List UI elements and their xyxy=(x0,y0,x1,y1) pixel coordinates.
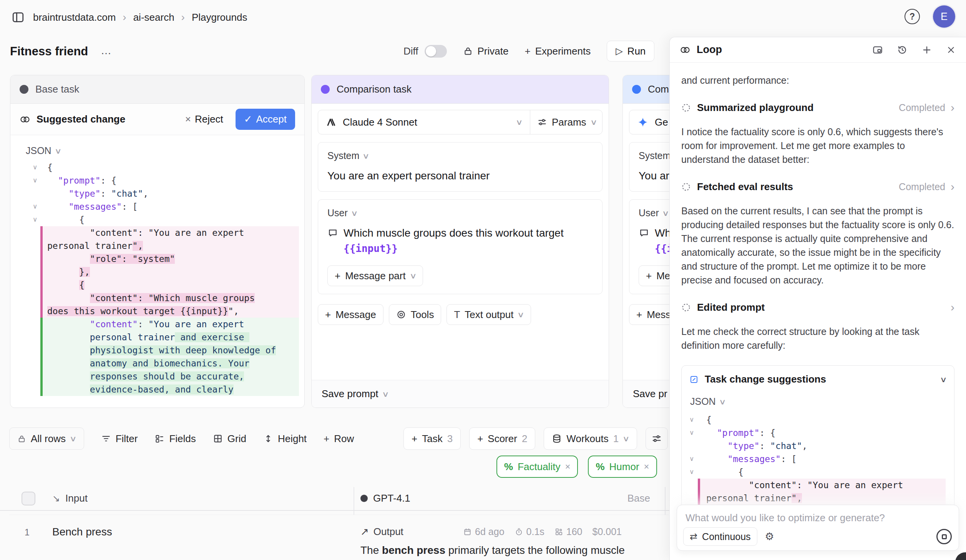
output-cell-link[interactable]: ↗ Output xyxy=(360,526,403,538)
input-column-header[interactable]: ↘ Input xyxy=(52,492,88,504)
model-select[interactable]: Claude 4 Sonnet ∨ xyxy=(318,116,530,128)
accept-button[interactable]: ✓ Accept xyxy=(236,109,295,130)
diff-toggle[interactable] xyxy=(425,45,447,58)
format-select[interactable]: JSON ∨ xyxy=(689,385,946,407)
code-line: ∨{ xyxy=(689,413,946,426)
arrow-down-right-icon: ↘ xyxy=(52,493,60,504)
scorer-badge-factuality[interactable]: % Factuality × xyxy=(496,456,578,478)
chevron-down-icon: ∨ xyxy=(622,434,630,443)
grid-label: Grid xyxy=(227,433,246,445)
continuous-mode-button[interactable]: ⇄ Continuous xyxy=(683,527,757,546)
sidebar-toggle-icon[interactable] xyxy=(12,11,25,24)
experiments-button[interactable]: + Experiments xyxy=(524,45,591,57)
private-button[interactable]: Private xyxy=(463,45,509,57)
code-line: personal trainer", xyxy=(689,492,946,505)
tools-button[interactable]: Tools xyxy=(389,304,442,325)
collapse-caret-icon[interactable]: ∨ xyxy=(33,174,37,187)
dock-panel-icon[interactable] xyxy=(872,45,883,55)
model-column-header[interactable]: GPT-4.1 xyxy=(360,492,410,504)
model-header-label: GPT-4.1 xyxy=(373,492,410,504)
private-label: Private xyxy=(478,45,509,57)
chevron-down-icon: ∨ xyxy=(662,209,669,218)
reject-button[interactable]: × Reject xyxy=(185,113,223,125)
all-rows-select[interactable]: All rows ∨ xyxy=(9,427,84,450)
row-label: Row xyxy=(334,433,354,445)
task-change-suggestions-header[interactable]: Task change suggestions ∨ xyxy=(689,373,946,385)
comparison-task-dot-icon xyxy=(321,85,330,94)
assistant-text: Let me check the correct structure by lo… xyxy=(681,325,954,352)
tool-step-fetched-eval-results[interactable]: Fetched eval results Completed › xyxy=(681,180,954,193)
history-icon[interactable] xyxy=(897,45,908,55)
add-message-part-button[interactable]: + Message part ∨ xyxy=(327,265,423,286)
tool-step-summarized-playground[interactable]: Summarized playground Completed › xyxy=(681,101,954,114)
chevron-down-icon: ∨ xyxy=(70,434,77,443)
loop-panel: Loop and current performance: Summarized… xyxy=(669,37,966,560)
new-thread-icon[interactable] xyxy=(921,45,932,55)
add-task-button[interactable]: + Task 3 xyxy=(403,427,461,450)
add-message-button[interactable]: + Message xyxy=(318,304,383,325)
add-row-button[interactable]: + Row xyxy=(324,433,354,445)
save-prompt-button[interactable]: Save prompt ∨ xyxy=(312,380,609,408)
step-label: Summarized playground xyxy=(697,102,813,114)
format-select[interactable]: JSON ∨ xyxy=(10,135,304,159)
user-role-select[interactable]: User ∨ xyxy=(327,207,593,219)
grid-button[interactable]: Grid xyxy=(213,433,246,445)
system-message-text[interactable]: You are an expert personal trainer xyxy=(327,168,593,184)
help-icon[interactable]: ? xyxy=(905,9,920,24)
scorer-badge-label: Humor xyxy=(609,461,639,473)
collapse-caret-icon[interactable]: ∨ xyxy=(689,466,694,479)
add-scorer-button[interactable]: + Scorer 2 xyxy=(469,427,535,450)
base-task-code-editor[interactable]: ∨{∨ "prompt": { "type": "chat",∨ "messag… xyxy=(10,161,304,396)
latency: 0.1s xyxy=(515,526,544,537)
gear-icon[interactable]: ⚙ xyxy=(765,530,774,543)
system-message-card: System ∨ You are an expert personal trai… xyxy=(318,142,603,192)
code-line: "content": "Which muscle groups xyxy=(10,292,304,305)
grid-settings-button[interactable] xyxy=(646,427,668,450)
dataset-select[interactable]: Workouts 1 ∨ xyxy=(544,427,637,450)
scorer-badge-humor[interactable]: % Humor × xyxy=(588,456,657,478)
close-icon[interactable] xyxy=(946,45,956,55)
breadcrumb-section[interactable]: Playgrounds xyxy=(192,12,247,23)
text-output-button[interactable]: T Text output ∨ xyxy=(446,304,531,325)
dashed-circle-icon xyxy=(681,303,691,312)
breadcrumb-project[interactable]: ai-search xyxy=(133,12,174,23)
chevron-down-icon: ∨ xyxy=(940,375,947,384)
avatar[interactable]: E xyxy=(933,5,955,28)
user-message-text[interactable]: Which muscle groups does this workout ta… xyxy=(327,225,593,256)
sliders-icon xyxy=(651,433,662,444)
height-button[interactable]: Height xyxy=(263,433,307,445)
collapse-caret-icon[interactable]: ∨ xyxy=(689,426,694,439)
loop-chat-scroll[interactable]: and current performance: Summarized play… xyxy=(670,63,966,560)
prompt-variable: {{input}} xyxy=(344,243,398,254)
select-all-checkbox[interactable] xyxy=(22,492,35,505)
loop-panel-header: Loop xyxy=(670,37,966,63)
chevron-right-icon: › xyxy=(951,301,954,314)
tool-step-edited-prompt[interactable]: Edited prompt › xyxy=(681,301,954,314)
remove-scorer-icon[interactable]: × xyxy=(565,461,570,472)
assistant-text: and current performance: xyxy=(681,73,954,87)
run-button[interactable]: ▷ Run xyxy=(607,41,654,61)
plus-icon: + xyxy=(412,433,417,445)
collapse-caret-icon[interactable]: ∨ xyxy=(689,452,694,466)
collapse-caret-icon[interactable]: ∨ xyxy=(689,413,694,426)
remove-scorer-icon[interactable]: × xyxy=(644,461,649,472)
fields-button[interactable]: Fields xyxy=(154,433,196,445)
params-button[interactable]: Params ∨ xyxy=(530,110,602,134)
loop-input[interactable]: What would you like to optimize or gener… xyxy=(685,512,885,524)
code-line: "type": "chat", xyxy=(10,187,304,200)
check-icon: ✓ xyxy=(244,113,252,125)
plus-icon: + xyxy=(524,45,530,57)
breadcrumb-org[interactable]: braintrustdata.com xyxy=(33,12,116,23)
play-icon: ▷ xyxy=(616,46,622,56)
system-role-select[interactable]: System ∨ xyxy=(327,150,593,161)
suggestions-code-editor[interactable]: ∨{∨ "prompt": { "type": "chat",∨ "messag… xyxy=(689,413,946,518)
row-input-cell[interactable]: Bench press xyxy=(52,526,112,538)
more-options-icon[interactable]: … xyxy=(101,45,112,57)
collapse-caret-icon[interactable]: ∨ xyxy=(33,161,37,174)
collapse-caret-icon[interactable]: ∨ xyxy=(33,213,37,226)
stop-button[interactable] xyxy=(936,529,952,544)
table-row[interactable]: 1 Bench press ↗ Output 6d ago 0.1s xyxy=(9,515,669,560)
collapse-caret-icon[interactable]: ∨ xyxy=(33,200,37,213)
database-icon xyxy=(552,434,562,444)
filter-button[interactable]: Filter xyxy=(101,433,138,445)
